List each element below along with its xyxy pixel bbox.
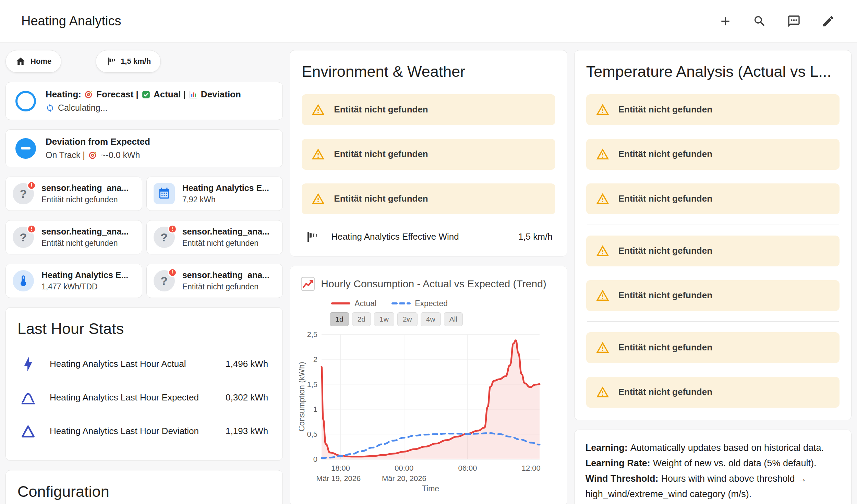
delta-icon — [20, 423, 36, 439]
wind-row-value: 1,5 km/h — [518, 231, 553, 242]
warning-text: Entität nicht gefunden — [618, 104, 712, 115]
svg-text:00:00: 00:00 — [395, 464, 414, 472]
bell-curve-icon — [20, 390, 36, 406]
environment-card: Environment & Weather Entität nicht gefu… — [290, 50, 567, 256]
hourly-chart-title: Hourly Consumption - Actual vs Expected … — [321, 278, 546, 290]
entity-card[interactable]: Heating Analytics E...7,92 kWh — [146, 177, 283, 211]
warning-text: Entität nicht gefunden — [618, 342, 712, 353]
section-divider — [587, 225, 839, 225]
range-button-1d[interactable]: 1d — [330, 312, 349, 326]
wind-row-label: Heating Analytics Effective Wind — [331, 231, 459, 242]
stat-label: Heating Analytics Last Hour Deviation — [50, 426, 199, 436]
stat-row-deviation[interactable]: Heating Analytics Last Hour Deviation 1,… — [17, 415, 271, 448]
warning-row: Entität nicht gefunden — [586, 139, 840, 170]
range-button-2w[interactable]: 2w — [397, 312, 418, 326]
page-title: Heating Analytics — [21, 14, 121, 28]
learning-card: Learning:Automatically updates based on … — [574, 430, 852, 504]
svg-text:0: 0 — [313, 455, 317, 464]
svg-text:18:00: 18:00 — [331, 464, 350, 472]
legend-line-solid — [331, 302, 350, 305]
warning-text: Entität nicht gefunden — [334, 104, 428, 115]
svg-text:Time: Time — [422, 484, 439, 493]
entity-card[interactable]: ?! sensor.heating_ana...Entität nicht ge… — [146, 264, 283, 298]
home-chip[interactable]: Home — [5, 50, 61, 73]
svg-text:0,5: 0,5 — [307, 430, 318, 439]
deviation-value: ~-0.0 kWh — [101, 150, 140, 160]
heating-status-card[interactable]: Heating: Forecast | Actual | Deviation C… — [5, 82, 283, 120]
range-button-all[interactable]: All — [444, 312, 463, 326]
home-icon — [15, 56, 26, 67]
entity-subtitle: Entität nicht gefunden — [182, 282, 269, 291]
entity-grid: ?! sensor.heating_ana...Entität nicht ge… — [5, 177, 283, 298]
range-button-4w[interactable]: 4w — [421, 312, 441, 326]
warning-row: Entität nicht gefunden — [586, 280, 840, 311]
search-icon[interactable] — [753, 14, 767, 28]
home-chip-label: Home — [31, 57, 51, 66]
stat-row-actual[interactable]: Heating Analytics Last Hour Actual 1,496… — [17, 347, 271, 381]
range-button-2d[interactable]: 2d — [352, 312, 371, 326]
windsock-icon — [304, 230, 318, 244]
warning-text: Entität nicht gefunden — [618, 387, 712, 397]
app-header: Heating Analytics — [0, 0, 857, 43]
warning-icon — [311, 192, 325, 206]
middle-column: Environment & Weather Entität nicht gefu… — [290, 50, 567, 504]
target-icon — [88, 151, 97, 160]
entity-subtitle: Entität nicht gefunden — [41, 195, 129, 204]
warning-icon — [596, 289, 609, 302]
unknown-entity-icon: ?! — [13, 183, 34, 204]
stat-value: 1,193 kWh — [226, 426, 268, 436]
left-column: Home 1,5 km/h Heating: Forecast | — [5, 50, 283, 504]
entity-title: sensor.heating_ana... — [41, 183, 129, 193]
error-badge: ! — [168, 225, 177, 233]
warning-icon — [311, 103, 325, 117]
last-hour-title: Last Hour Stats — [17, 320, 271, 338]
learning-line: Learning:Automatically updates based on … — [586, 440, 840, 456]
hourly-consumption-chart[interactable]: 00,511,522,518:0000:0006:0012:00Mär 19, … — [299, 329, 542, 493]
unknown-entity-icon: ?! — [154, 270, 175, 291]
entity-card[interactable]: Heating Analytics E...1,477 kWh/TDD — [5, 264, 142, 298]
svg-text:2,5: 2,5 — [307, 330, 318, 339]
target-icon — [84, 90, 93, 99]
stat-label: Heating Analytics Last Hour Expected — [50, 392, 199, 403]
section-divider — [587, 321, 839, 322]
entity-title: Heating Analytics E... — [182, 183, 269, 193]
warning-row: Entität nicht gefunden — [302, 183, 555, 214]
svg-text:Mär 20, 2026: Mär 20, 2026 — [382, 474, 426, 483]
actual-label: Actual | — [154, 89, 186, 100]
legend-line-dashed — [391, 302, 411, 305]
entity-card[interactable]: ?! sensor.heating_ana...Entität nicht ge… — [5, 177, 142, 211]
warning-row: Entität nicht gefunden — [586, 94, 840, 125]
stat-value: 1,496 kWh — [226, 359, 268, 369]
add-icon[interactable] — [719, 14, 732, 28]
wind-chip-value: 1,5 km/h — [121, 57, 151, 66]
svg-text:12:00: 12:00 — [522, 464, 541, 472]
warning-icon — [596, 244, 609, 258]
warning-text: Entität nicht gefunden — [334, 193, 428, 204]
legend-expected[interactable]: Expected — [391, 299, 448, 308]
forecast-label: Forecast | — [96, 89, 138, 100]
refresh-icon — [46, 104, 55, 112]
edit-icon[interactable] — [821, 14, 835, 28]
check-icon — [142, 90, 150, 99]
temperature-title: Temperature Analysis (Actual vs L... — [586, 63, 840, 81]
svg-text:Mär 19, 2026: Mär 19, 2026 — [316, 474, 361, 483]
heating-status-text: Calculating... — [58, 103, 108, 113]
entity-card[interactable]: ?! sensor.heating_ana...Entität nicht ge… — [5, 220, 142, 254]
effective-wind-row[interactable]: Heating Analytics Effective Wind 1,5 km/… — [302, 230, 555, 244]
wind-chip[interactable]: 1,5 km/h — [96, 50, 161, 73]
entity-card[interactable]: ?! sensor.heating_ana...Entität nicht ge… — [146, 220, 283, 254]
error-badge: ! — [27, 225, 36, 233]
error-badge: ! — [168, 268, 177, 277]
deviation-card[interactable]: Deviation from Expected On Track | ~-0.0… — [5, 129, 283, 167]
learning-line: Wind Threshold:Hours with wind above thr… — [586, 471, 840, 502]
warning-row: Entität nicht gefunden — [586, 377, 840, 408]
legend-actual[interactable]: Actual — [331, 299, 376, 308]
entity-subtitle: Entität nicht gefunden — [182, 239, 269, 248]
assist-chat-icon[interactable] — [787, 14, 801, 28]
deviation-label: Deviation — [201, 89, 241, 100]
bar-chart-icon — [189, 90, 198, 99]
chart-legend: Actual Expected — [331, 299, 558, 308]
entity-title: Heating Analytics E... — [41, 270, 128, 280]
stat-row-expected[interactable]: Heating Analytics Last Hour Expected 0,3… — [17, 381, 271, 415]
range-button-1w[interactable]: 1w — [374, 312, 394, 326]
